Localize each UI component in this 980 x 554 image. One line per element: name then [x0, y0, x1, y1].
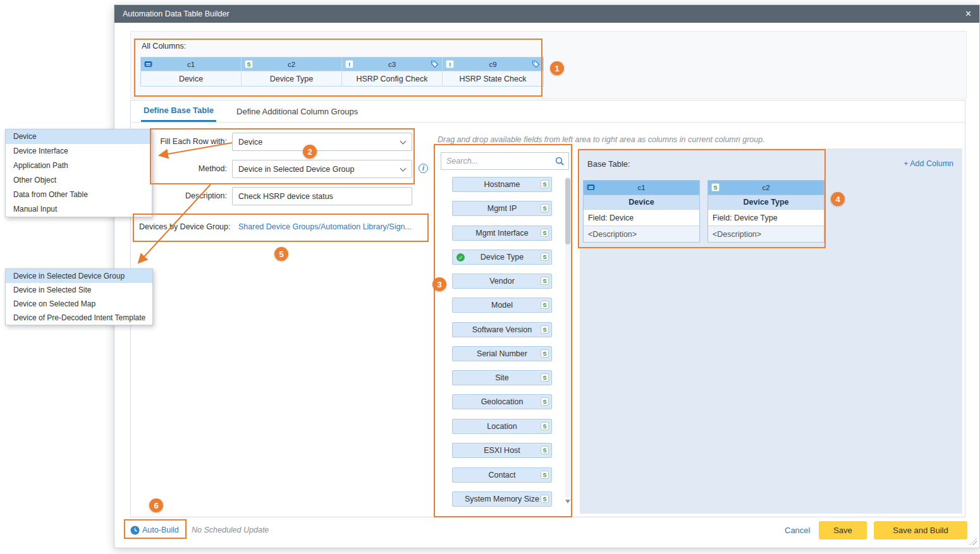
field-chip-system-memory-size[interactable]: System Memory Size S — [452, 491, 552, 507]
column-description[interactable]: <Description> — [584, 226, 699, 242]
string-type-icon: S — [541, 180, 549, 188]
method-options-list: Device in Selected Device Group Device i… — [5, 268, 153, 325]
option-device-interface[interactable]: Device Interface — [6, 144, 152, 159]
option-application-path[interactable]: Application Path — [6, 159, 152, 173]
string-type-icon: S — [541, 277, 549, 285]
field-label: Mgmt Interface — [475, 229, 528, 238]
base-column-card-device-type[interactable]: S c2 Device Type Field: Device Type <Des… — [707, 180, 824, 243]
tab-define-base-table[interactable]: Define Base Table — [141, 100, 216, 122]
string-type-icon: S — [541, 446, 549, 454]
field-chip-hostname[interactable]: Hostname S — [452, 177, 552, 192]
field-label: System Memory Size — [465, 495, 539, 503]
column-group-panel: Base Table: + Add Column c1 Device Field… — [580, 148, 962, 514]
scrollbar-thumb[interactable] — [565, 178, 570, 244]
string-type-icon: S — [541, 253, 549, 261]
device-group-link[interactable]: Shared Device Groups/Automation Library/… — [238, 222, 412, 231]
field-chip-model[interactable]: Model S — [452, 298, 552, 313]
field-chip-esxi-host[interactable]: ESXI Host S — [452, 443, 552, 458]
content-area: Define Base Table Define Additional Colu… — [130, 100, 965, 517]
option-other-object[interactable]: Other Object — [6, 173, 152, 188]
column-name-device-type[interactable]: Device Type — [242, 71, 342, 86]
string-type-icon: S — [541, 495, 549, 503]
field-chip-device-type[interactable]: ✓ Device Type S — [452, 250, 552, 265]
base-column-card-device[interactable]: c1 Device Field: Device <Description> — [583, 180, 700, 243]
column-name-hsrp-state-check[interactable]: HSRP State Check — [443, 71, 543, 86]
field-label: Geolocation — [481, 397, 524, 406]
column-header-c2[interactable]: S c2 — [242, 57, 342, 71]
option-device-in-selected-device-group[interactable]: Device in Selected Device Group — [6, 269, 152, 283]
callout-6: 6 — [149, 498, 163, 512]
option-manual-input[interactable]: Manual Input — [6, 202, 152, 217]
tab-define-additional-column-groups[interactable]: Define Additional Column Groups — [234, 100, 360, 122]
add-column-button[interactable]: + Add Column — [903, 159, 953, 168]
column-field: Field: Device — [584, 209, 699, 226]
field-chip-contact[interactable]: Contact S — [452, 467, 552, 483]
column-id: c2 — [288, 61, 295, 68]
column-header-c3[interactable]: I c3 — [342, 57, 443, 71]
option-device-on-selected-map[interactable]: Device on Selected Map — [6, 297, 152, 311]
device-icon — [587, 184, 595, 192]
fields-scrollbar[interactable] — [565, 177, 570, 498]
callout-5: 5 — [274, 247, 288, 261]
dialog-title: Automation Data Table Builder — [123, 9, 230, 18]
field-chip-mgmt-ip[interactable]: Mgmt IP S — [452, 201, 552, 216]
auto-build-button[interactable]: Auto-Build — [142, 526, 179, 534]
tag-icon — [431, 60, 439, 69]
string-type-icon: S — [541, 229, 549, 237]
cancel-button[interactable]: Cancel — [785, 526, 810, 535]
column-header-c1[interactable]: c1 — [141, 57, 242, 71]
field-chip-mgmt-interface[interactable]: Mgmt Interface S — [452, 226, 552, 241]
option-data-from-other-table[interactable]: Data from Other Table — [6, 188, 152, 202]
field-chip-location[interactable]: Location S — [452, 419, 552, 434]
field-chip-vendor[interactable]: Vendor S — [452, 274, 552, 289]
method-select[interactable]: Device in Selected Device Group — [232, 160, 412, 178]
chevron-down-icon — [400, 166, 407, 172]
column-id: c2 — [762, 184, 769, 191]
field-label: Hostname — [484, 180, 520, 189]
field-label: Device Type — [481, 253, 524, 262]
fill-row-select[interactable]: Device — [232, 133, 412, 151]
string-type-icon: S — [541, 325, 549, 334]
all-columns-panel: All Columns: c1 S c2 I c3 — [130, 31, 967, 99]
description-input[interactable] — [232, 187, 412, 205]
scrollbar-down-arrow-icon[interactable] — [565, 500, 570, 503]
field-chip-geolocation[interactable]: Geolocation S — [452, 394, 552, 409]
field-chip-site[interactable]: Site S — [452, 370, 552, 385]
resize-grip[interactable] — [969, 538, 977, 545]
column-description[interactable]: <Description> — [708, 226, 824, 242]
field-label: Model — [491, 301, 513, 310]
field-label: Mgmt IP — [487, 204, 517, 213]
intent-type-icon: I — [345, 60, 353, 68]
column-name-hsrp-config-check[interactable]: HSRP Config Check — [342, 71, 443, 86]
close-icon[interactable]: × — [965, 9, 971, 19]
schedule-status: No Scheduled Update — [192, 526, 269, 534]
chevron-down-icon — [400, 138, 407, 145]
info-icon[interactable]: i — [419, 164, 428, 173]
field-chip-serial-number[interactable]: Serial Number S — [452, 346, 552, 361]
column-header-c9[interactable]: I c9 — [443, 57, 543, 71]
save-and-build-button[interactable]: Save and Build — [874, 521, 967, 539]
field-label: Vendor — [489, 277, 515, 286]
callout-3: 3 — [432, 277, 446, 291]
available-fields-panel: Hostname S Mgmt IP S Mgmt Interface S ✓ … — [436, 146, 573, 517]
option-device-in-selected-site[interactable]: Device in Selected Site — [6, 283, 152, 297]
option-device[interactable]: Device — [6, 129, 152, 144]
field-label: Contact — [488, 471, 515, 479]
fill-row-options-list: Device Device Interface Application Path… — [5, 129, 152, 217]
column-name-device[interactable]: Device — [141, 71, 242, 86]
tag-icon — [532, 60, 540, 69]
column-id: c9 — [489, 61, 496, 68]
page: Device Device Interface Application Path… — [0, 0, 980, 554]
field-chip-software-version[interactable]: Software Version S — [452, 322, 552, 337]
string-type-icon: S — [541, 373, 549, 382]
all-columns-table: c1 S c2 I c3 I c9 — [140, 57, 544, 87]
base-table-label: Base Table: — [587, 159, 630, 169]
search-icon[interactable] — [555, 157, 565, 168]
clock-icon — [130, 526, 140, 537]
save-button[interactable]: Save — [819, 521, 867, 539]
tabs-row: Define Base Table Define Additional Colu… — [131, 100, 965, 123]
option-device-of-pre-decoded-intent-template[interactable]: Device of Pre-Decoded Intent Template — [6, 311, 152, 325]
device-icon — [144, 61, 152, 69]
string-type-icon: S — [541, 397, 549, 406]
search-input[interactable] — [441, 153, 568, 169]
